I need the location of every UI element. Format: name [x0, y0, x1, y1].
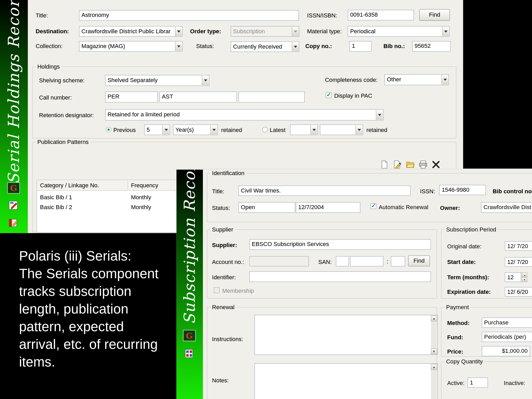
status-select[interactable]: Currently Received: [231, 41, 299, 52]
publication-patterns-group-label: Publication Patterns: [36, 139, 90, 145]
title-input[interactable]: Astronomy: [79, 10, 299, 21]
latest-radio[interactable]: [262, 127, 268, 132]
previous-count-select[interactable]: 5: [144, 124, 170, 135]
pattern-icon[interactable]: [9, 218, 19, 229]
san-input-1[interactable]: [336, 256, 349, 266]
copy-no-input[interactable]: 1: [349, 41, 371, 51]
retained-label-1: retained: [221, 127, 242, 134]
issn-isbn-input[interactable]: 0091-6358: [348, 10, 414, 20]
retention-designator-select[interactable]: Retained for a limited period: [105, 109, 383, 121]
san-input-2[interactable]: [350, 256, 383, 266]
spin-up-icon[interactable]: ▲: [522, 272, 527, 277]
collection-label: Collection:: [36, 43, 63, 50]
active-input[interactable]: 1: [468, 378, 488, 388]
material-type-select[interactable]: Periodical: [348, 26, 450, 37]
owner-label: Owner:: [440, 205, 460, 212]
title-label: Title:: [36, 12, 48, 19]
bib-no-label: Bib no.:: [383, 43, 405, 50]
order-type-select: Subscription: [231, 26, 299, 37]
copy-quantity-group-label: Copy Quantity: [444, 358, 484, 365]
issn-input[interactable]: 1546-9980: [439, 185, 486, 195]
new-record-icon[interactable]: [380, 160, 389, 169]
caption-line: Polaris (iii) Serials:: [19, 247, 131, 265]
identification-group-label: Identification: [210, 170, 246, 177]
call-number-input-1[interactable]: PER: [105, 92, 158, 103]
call-number-input-3[interactable]: [238, 92, 305, 103]
fund-select[interactable]: Periodicals (per): [482, 332, 532, 342]
table-header-category[interactable]: Category / Linkage No.: [37, 180, 128, 191]
spin-down-icon[interactable]: ▼: [522, 277, 527, 282]
price-label: Price:: [447, 348, 463, 355]
call-number-input-2[interactable]: AST: [159, 92, 237, 103]
title-label: Title:: [212, 188, 224, 195]
display-in-pac-checkbox[interactable]: ✓: [326, 92, 331, 98]
sidebar-title: Serial Holdings Record: [5, 3, 23, 184]
find-button[interactable]: Find: [419, 9, 450, 21]
linked-record-icon[interactable]: [9, 201, 19, 212]
delete-icon[interactable]: [431, 160, 440, 169]
issues-icon[interactable]: [184, 349, 194, 360]
caption-line: length, publication: [19, 300, 128, 318]
bib-control-label: Bib control no: [493, 188, 531, 195]
latest-radio-label: Latest: [270, 127, 285, 134]
automatic-renewal-label: Automatic Renewal: [379, 204, 428, 211]
supplier-input[interactable]: EBSCO Subscription Services: [249, 239, 431, 250]
collection-select[interactable]: Magazine (MAG): [79, 41, 182, 51]
notes-textarea[interactable]: ▲ ▼: [255, 363, 438, 399]
scroll-up-icon[interactable]: ▲: [431, 364, 437, 370]
completeness-code-select[interactable]: Other: [384, 74, 449, 85]
previous-radio[interactable]: [106, 127, 111, 132]
start-date-input[interactable]: 12/ 7/20: [505, 257, 532, 267]
previous-radio-label: Previous: [113, 127, 136, 134]
print-icon[interactable]: [419, 160, 428, 169]
material-type-label: Material type:: [307, 28, 342, 35]
chevron-down-icon: [356, 125, 362, 134]
owner-select[interactable]: Crawfordsville Dist: [481, 202, 532, 212]
open-icon[interactable]: [406, 160, 415, 169]
chevron-down-icon: [292, 42, 298, 51]
identifier-label: Identifier:: [212, 274, 236, 281]
instructions-textarea[interactable]: ▲ ▼: [255, 315, 438, 355]
caption-line: pattern, expected: [19, 318, 124, 335]
scrollbar[interactable]: ▲ ▼: [431, 364, 437, 399]
term-months-input[interactable]: 12: [505, 272, 521, 282]
issn-label: ISSN:: [420, 188, 435, 195]
bib-no-input[interactable]: 95652: [412, 41, 451, 51]
status-date-input[interactable]: 12/7/2004: [296, 202, 360, 212]
scroll-up-icon[interactable]: ▲: [431, 316, 437, 321]
find-button[interactable]: Find: [408, 256, 430, 267]
identifier-input[interactable]: [249, 271, 431, 282]
order-type-label: Order type:: [190, 28, 221, 35]
previous-unit-select[interactable]: Year(s): [173, 124, 218, 135]
automatic-renewal-checkbox[interactable]: ✓: [370, 203, 376, 209]
issn-isbn-label: ISSN/ISBN:: [307, 12, 337, 19]
chevron-down-icon: [292, 27, 298, 36]
expiration-date-input[interactable]: 12/ 6/20: [505, 287, 532, 297]
price-input[interactable]: $1,000.00: [482, 346, 530, 356]
method-select[interactable]: Purchase: [482, 318, 532, 328]
scrollbar[interactable]: ▲ ▼: [431, 316, 437, 354]
caption-line: The Serials component: [19, 265, 158, 282]
serial-holdings-sidebar: Serial Holdings Record G: [0, 0, 28, 233]
san-input-3[interactable]: [391, 256, 405, 266]
term-months-label: Term (months):: [447, 274, 489, 281]
modify-icon[interactable]: [393, 160, 402, 169]
membership-label: Membership: [222, 288, 254, 295]
scroll-down-icon[interactable]: ▼: [431, 348, 437, 354]
title-input[interactable]: Civil War times.: [238, 185, 410, 196]
chevron-down-icon: [210, 125, 217, 134]
instructions-label: Instructions:: [212, 336, 243, 343]
shelving-scheme-select[interactable]: Shelved Separately: [105, 75, 209, 86]
call-number-label: Call number:: [39, 94, 72, 101]
subscription-period-group-label: Subscription Period: [444, 226, 498, 233]
supplier-group-label: Supplier: [210, 226, 235, 233]
fund-label: Fund:: [447, 334, 463, 341]
status-input[interactable]: Open: [238, 202, 295, 212]
account-no-label: Account no.:: [212, 259, 244, 266]
latest-count-select[interactable]: [290, 124, 318, 135]
destination-select[interactable]: Crawfordsville District Public Librar: [79, 26, 182, 37]
chevron-down-icon: [163, 125, 169, 134]
original-date-input[interactable]: 12/ 7/20: [505, 241, 532, 251]
term-spinner[interactable]: ▲ ▼: [522, 272, 527, 282]
latest-unit-select[interactable]: [320, 124, 363, 135]
